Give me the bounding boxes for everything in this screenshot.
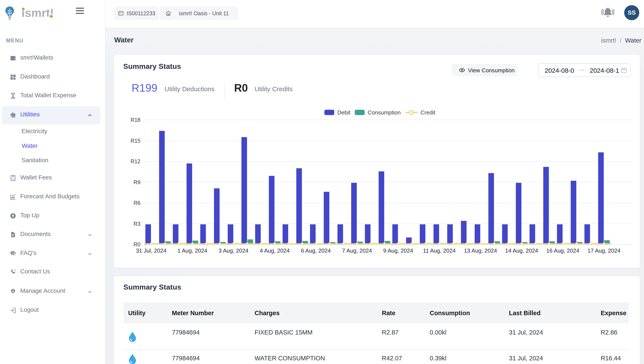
svg-text:17 Aug, 2024: 17 Aug, 2024 — [587, 248, 620, 254]
svg-text:R0: R0 — [134, 242, 140, 248]
svg-text:6 Aug, 2024: 6 Aug, 2024 — [301, 248, 331, 254]
svg-text:Credit: Credit — [420, 109, 436, 116]
svg-text:13 Aug, 2024: 13 Aug, 2024 — [464, 248, 497, 254]
svg-text:R9: R9 — [134, 179, 140, 185]
svg-text:R3: R3 — [134, 221, 140, 227]
svg-text:4 Aug, 2024: 4 Aug, 2024 — [260, 248, 290, 254]
svg-text:R18: R18 — [130, 117, 140, 123]
svg-text:14 Aug, 2024: 14 Aug, 2024 — [505, 248, 538, 254]
svg-text:Debit: Debit — [337, 109, 350, 116]
svg-text:31 Jul, 2024: 31 Jul, 2024 — [136, 248, 166, 254]
svg-text:11 Aug, 2024: 11 Aug, 2024 — [423, 248, 456, 254]
svg-text:R6: R6 — [134, 200, 140, 206]
svg-text:1 Aug, 2024: 1 Aug, 2024 — [177, 248, 207, 254]
svg-text:3 Aug, 2024: 3 Aug, 2024 — [219, 248, 249, 254]
svg-text:9 Aug, 2024: 9 Aug, 2024 — [383, 248, 413, 254]
svg-text:R15: R15 — [130, 138, 140, 144]
svg-text:Consumption: Consumption — [368, 109, 401, 116]
svg-text:16 Aug, 2024: 16 Aug, 2024 — [546, 248, 579, 254]
svg-text:7 Aug, 2024: 7 Aug, 2024 — [342, 248, 372, 254]
svg-text:FAQ: FAQ — [12, 252, 15, 254]
svg-text:R12: R12 — [130, 158, 140, 164]
